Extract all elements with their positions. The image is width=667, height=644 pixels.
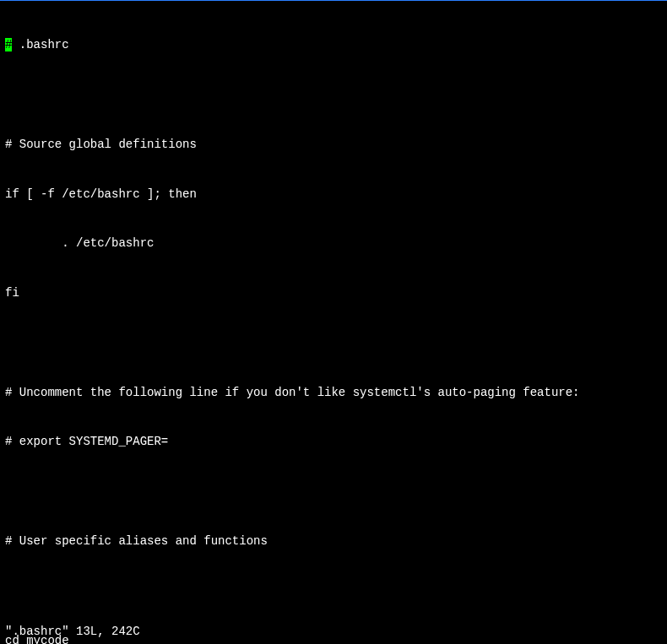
vim-editor[interactable]: # .bashrc # Source global definitions if… [0,1,667,644]
line-text-0: .bashrc [12,38,68,51]
file-line-9 [5,484,662,501]
file-line-2: # Source global definitions [5,137,662,154]
file-line-1 [5,87,662,104]
file-line-5: fi [5,285,662,302]
file-line-8: # export SYSTEMD_PAGER= [5,434,662,451]
vim-status-line: ".bashrc" 13L, 242C [5,624,140,641]
file-line-7: # Uncomment the following line if you do… [5,385,662,402]
file-line-10: # User specific aliases and functions [5,533,662,550]
file-line-11 [5,583,662,600]
file-line-6 [5,335,662,352]
file-line-0: # .bashrc [5,37,662,54]
file-line-4: . /etc/bashrc [5,235,662,252]
file-line-3: if [ -f /etc/bashrc ]; then [5,187,662,203]
